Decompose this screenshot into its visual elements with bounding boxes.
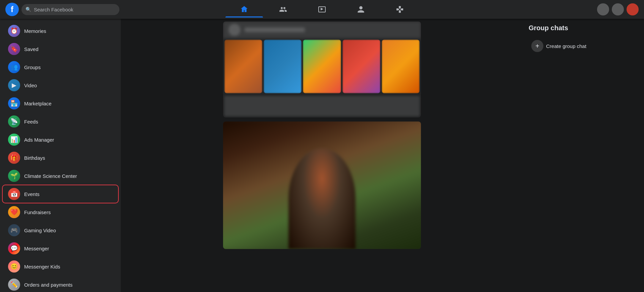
video-icon: ▶ [8,79,20,91]
sidebar-label-gaming-video: Gaming Video [24,228,56,233]
groups-icon: 👥 [8,61,20,73]
sidebar-item-feeds[interactable]: 📡 Feeds [3,113,118,130]
sidebar-label-events: Events [24,191,40,197]
sidebar-item-marketplace[interactable]: 🏪 Marketplace [3,95,118,112]
orders-icon: ✏️ [8,279,20,291]
story-item-2[interactable] [264,40,302,93]
sidebar-item-groups[interactable]: 👥 Groups [3,58,118,76]
person-silhouette [288,148,356,249]
sidebar-item-climate[interactable]: 🌱 Climate Science Center [3,167,118,185]
stories-grid [223,38,421,95]
sidebar-item-video[interactable]: ▶ Video [3,77,118,94]
story-item-5[interactable] [382,40,420,93]
plus-icon: + [531,40,543,52]
sidebar-item-ads-manager[interactable]: 📊 Ads Manager [3,131,118,148]
post-text-blurred [245,28,305,32]
create-group-button[interactable]: + Create group chat [529,37,639,55]
post-avatar-blurred [228,24,240,36]
sidebar-item-gaming-video[interactable]: 🎮 Gaming Video [3,222,118,239]
sidebar-item-messenger[interactable]: 💬 Messenger [3,240,118,257]
feed-column [223,21,421,289]
large-post [223,121,421,249]
memories-icon: ⏰ [8,25,20,37]
sidebar-item-fundraisers[interactable]: ❤️ Fundraisers [3,203,118,221]
sidebar-item-birthdays[interactable]: 🎁 Birthdays [3,149,118,166]
right-panel-title: Group chats [529,24,639,32]
sidebar-label-birthdays: Birthdays [24,155,45,161]
right-panel: Group chats + Create group chat [523,19,644,292]
sidebar-label-climate: Climate Science Center [24,173,77,179]
messenger-kids-icon: 😊 [8,260,20,273]
nav-tab-friends[interactable] [264,1,302,17]
header-left: f 🔍 Search Facebook [5,3,119,16]
sidebar: ⏰ Memories 🔖 Saved 👥 Groups ▶ Video 🏪 Ma… [0,19,121,292]
create-group-label: Create group chat [546,43,586,49]
birthdays-icon: 🎁 [8,152,20,164]
marketplace-icon: 🏪 [8,97,20,109]
saved-icon: 🔖 [8,43,20,55]
fundraisers-icon: ❤️ [8,206,20,218]
nav-tab-profile[interactable] [342,1,380,17]
sidebar-label-memories: Memories [24,28,46,34]
header-right [525,3,639,15]
climate-icon: 🌱 [8,170,20,182]
sidebar-label-ads-manager: Ads Manager [24,137,54,143]
sidebar-label-marketplace: Marketplace [24,101,52,106]
main-nav [119,1,525,17]
ads-manager-icon: 📊 [8,134,20,146]
facebook-logo[interactable]: f [5,3,19,16]
story-item-3[interactable] [303,40,341,93]
sidebar-label-feeds: Feeds [24,119,38,125]
sidebar-item-orders[interactable]: ✏️ Orders and payments [3,276,118,292]
nav-tab-home[interactable] [225,1,263,17]
avatar-3[interactable] [627,3,639,15]
events-icon: 📅 [8,188,20,200]
story-item-4[interactable] [342,40,380,93]
post-image-blurred [223,121,421,249]
avatar-2[interactable] [612,3,624,15]
avatar-1[interactable] [597,3,609,15]
nav-tab-watch[interactable] [303,1,341,17]
sidebar-label-saved: Saved [24,46,39,52]
sidebar-label-video: Video [24,83,37,88]
feeds-icon: 📡 [8,115,20,128]
sidebar-item-saved[interactable]: 🔖 Saved [3,40,118,58]
sidebar-item-messenger-kids[interactable]: 😊 Messenger Kids [3,258,118,275]
stories-card [223,21,421,117]
nav-tab-gaming[interactable] [381,1,419,17]
search-box[interactable]: 🔍 Search Facebook [21,4,119,15]
story-item-1[interactable] [224,40,262,93]
sidebar-item-events[interactable]: 📅 Events [3,185,118,203]
sidebar-label-messenger-kids: Messenger Kids [24,264,60,270]
sidebar-label-fundraisers: Fundraisers [24,209,51,215]
header: f 🔍 Search Facebook [0,0,644,19]
app-body: ⏰ Memories 🔖 Saved 👥 Groups ▶ Video 🏪 Ma… [0,19,644,292]
messenger-icon: 💬 [8,242,20,254]
post-header-blurred [223,21,421,38]
main-content [121,19,523,292]
sidebar-label-messenger: Messenger [24,246,49,251]
sidebar-item-memories[interactable]: ⏰ Memories [3,22,118,40]
sidebar-label-orders: Orders and payments [24,282,72,288]
blurred-section [224,96,420,116]
search-input[interactable]: Search Facebook [34,7,73,12]
gaming-video-icon: 🎮 [8,224,20,236]
search-icon: 🔍 [25,7,31,12]
sidebar-label-groups: Groups [24,64,41,70]
